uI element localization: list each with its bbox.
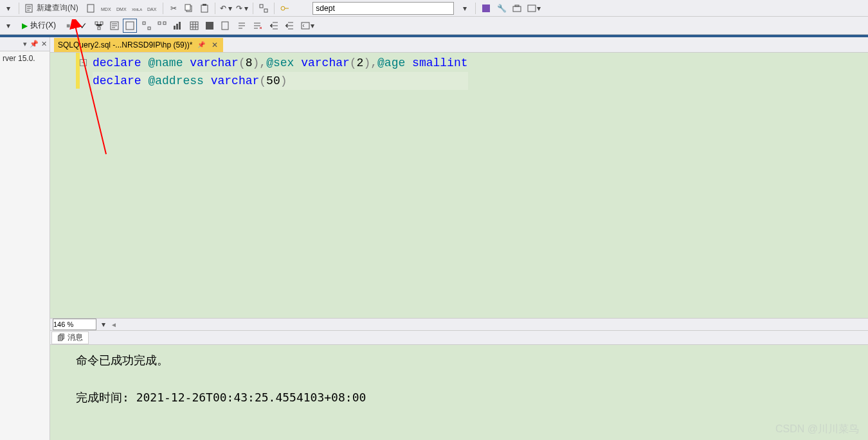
file-icon-1[interactable]	[84, 1, 98, 15]
svg-rect-7	[185, 4, 190, 10]
messages-body[interactable]: 命令已成功完成。 完成时间: 2021-12-26T00:43:25.45541…	[50, 345, 868, 440]
diagram-icon[interactable]	[257, 1, 271, 15]
svg-rect-32	[302, 22, 309, 29]
dax-icon[interactable]: DAX	[145, 1, 159, 15]
completion-time: 完成时间: 2021-12-26T00:43:25.4554103+08:00	[76, 389, 842, 407]
briefcase-icon[interactable]	[510, 1, 524, 15]
success-message: 命令已成功完成。	[76, 351, 842, 370]
new-query-button[interactable]: 新建查询(N)	[23, 1, 82, 15]
toolbar-query: ▾ ▶ 执行(X) ■ ✓ ▾	[0, 17, 868, 35]
database-select[interactable]	[312, 2, 454, 15]
messages-icon: 🗐	[57, 333, 65, 342]
new-query-label: 新建查询(N)	[34, 3, 81, 13]
fold-strip: −	[80, 53, 90, 318]
zoom-dropdown-icon[interactable]: ▾	[99, 317, 108, 331]
svg-rect-21	[126, 22, 134, 30]
scroll-left-icon[interactable]: ◄	[111, 321, 117, 328]
messages-tab[interactable]: 🗐 消息	[51, 331, 89, 344]
xmla-icon[interactable]: XMLA	[130, 1, 144, 15]
db-dropdown-icon[interactable]: ▾	[458, 1, 472, 15]
execute-button[interactable]: ▶ 执行(X)	[18, 19, 60, 33]
parse-button[interactable]: ✓	[77, 19, 91, 33]
file-result-icon[interactable]	[218, 19, 232, 33]
zoom-row: ▾ ◄	[50, 318, 868, 331]
tab-pin-icon[interactable]: 📌	[197, 41, 205, 48]
svg-rect-27	[176, 24, 178, 30]
tab-close-icon[interactable]: ✕	[210, 40, 219, 49]
svg-text:MDX: MDX	[101, 7, 111, 12]
gutter	[50, 53, 76, 318]
zoom-select[interactable]	[53, 319, 96, 330]
code-area[interactable]: declare @name varchar(8),@sex varchar(2)…	[90, 53, 471, 318]
svg-rect-13	[482, 4, 490, 12]
stop-button[interactable]: ■	[61, 19, 75, 33]
indent-icon[interactable]	[267, 19, 281, 33]
svg-text:DMX: DMX	[116, 7, 127, 12]
svg-rect-30	[206, 22, 213, 30]
svg-rect-15	[515, 5, 519, 6]
key-icon[interactable]	[278, 1, 292, 15]
minimize-icon[interactable]: ▾	[23, 40, 27, 48]
svg-rect-24	[158, 22, 161, 24]
cut-icon[interactable]: ✂	[167, 1, 181, 15]
copy-icon[interactable]	[182, 1, 196, 15]
execute-label: 执行(X)	[30, 20, 56, 31]
svg-rect-31	[222, 22, 228, 30]
svg-text:XMLA: XMLA	[132, 8, 142, 12]
undo-icon[interactable]: ↶ ▾	[219, 1, 233, 15]
plan-icon-3[interactable]	[155, 19, 169, 33]
grid-result-icon[interactable]	[187, 19, 201, 33]
svg-rect-17	[95, 22, 98, 24]
svg-text:DAX: DAX	[147, 7, 157, 12]
tree-item[interactable]: rver 15.0.	[0, 51, 50, 66]
play-icon: ▶	[22, 21, 28, 30]
object-explorer: ▾ 📌 ✕ rver 15.0.	[0, 37, 50, 440]
outdent-icon[interactable]	[282, 19, 296, 33]
dropdown-2-icon[interactable]: ▾	[1, 19, 15, 33]
results-text-icon[interactable]	[107, 19, 122, 33]
results-grid-icon[interactable]	[123, 19, 137, 33]
sql-editor[interactable]: − declare @name varchar(8),@sex varchar(…	[50, 53, 868, 318]
dmx-icon[interactable]: DMX	[114, 1, 129, 15]
sqlcmd-icon[interactable]: ▾	[299, 19, 316, 33]
fold-icon[interactable]: −	[80, 59, 87, 66]
stop-icon: ■	[66, 22, 70, 29]
redo-icon[interactable]: ↷ ▾	[235, 1, 249, 15]
mdx-icon[interactable]: MDX	[99, 1, 113, 15]
svg-rect-14	[513, 6, 521, 12]
file-icon	[24, 3, 34, 13]
svg-rect-29	[190, 22, 198, 30]
pin-icon[interactable]: 📌	[30, 40, 39, 48]
tab-row: SQLQuery2.sql -...NRSSD9IP\hp (59))* 📌 ✕	[50, 37, 868, 53]
svg-rect-16	[528, 5, 536, 12]
watermark: CSDN @川川菜鸟	[775, 423, 859, 436]
main-area: SQLQuery2.sql -...NRSSD9IP\hp (59))* 📌 ✕…	[50, 37, 868, 440]
svg-rect-1	[87, 4, 94, 12]
check-icon: ✓	[80, 21, 87, 31]
toolbar-main: ▾ 新建查询(N) MDX DMX XMLA DAX ✂ ↶ ▾ ↷ ▾ ▾ 🔧…	[0, 0, 868, 17]
svg-rect-23	[148, 27, 150, 30]
paste-icon[interactable]	[197, 1, 212, 15]
comment-icon[interactable]	[235, 19, 249, 33]
results-pane: 🗐 消息 命令已成功完成。 完成时间: 2021-12-26T00:43:25.…	[50, 331, 868, 440]
svg-rect-9	[203, 4, 206, 6]
svg-rect-8	[201, 5, 208, 12]
svg-rect-19	[98, 27, 100, 30]
svg-rect-26	[174, 26, 176, 30]
tab-sqlquery[interactable]: SQLQuery2.sql -...NRSSD9IP\hp (59))* 📌 ✕	[54, 38, 223, 52]
dropdown-icon[interactable]: ▾	[1, 1, 15, 15]
plan-icon-2[interactable]	[140, 19, 154, 33]
stats-icon[interactable]	[170, 19, 185, 33]
grid-result-icon-2[interactable]	[203, 19, 217, 33]
svg-point-12	[281, 6, 285, 10]
close-panel-icon[interactable]: ✕	[41, 40, 47, 48]
results-tab-row: 🗐 消息	[50, 331, 868, 345]
svg-rect-10	[260, 4, 263, 8]
window-icon[interactable]: ▾	[525, 1, 542, 15]
wrench-icon[interactable]: 🔧	[494, 1, 509, 15]
uncomment-icon[interactable]	[250, 19, 264, 33]
ext-icon-1[interactable]	[479, 1, 493, 15]
svg-rect-18	[100, 22, 103, 24]
plan-icon-1[interactable]	[92, 19, 106, 33]
tab-title: SQLQuery2.sql -...NRSSD9IP\hp (59))*	[58, 40, 192, 49]
